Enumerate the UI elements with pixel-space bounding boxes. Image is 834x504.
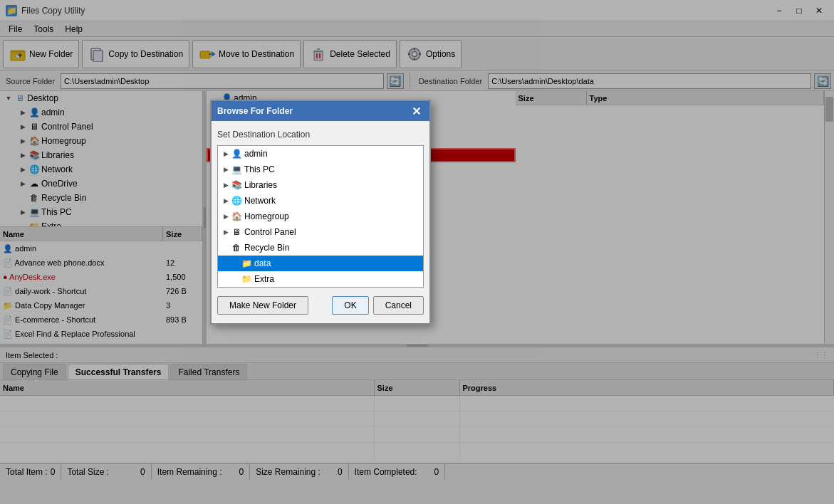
dialog-network-icon: 🌐 bbox=[231, 195, 242, 206]
dialog-tree-network[interactable]: ▶ 🌐 Network bbox=[218, 193, 423, 209]
dialog-subtitle: Set Destination Location bbox=[217, 127, 424, 145]
dialog-label-network: Network bbox=[244, 196, 276, 206]
dialog-title-bar: Browse For Folder ✕ bbox=[212, 101, 429, 121]
dialog-label-recycle: Recycle Bin bbox=[244, 243, 289, 253]
make-new-folder-button[interactable]: Make New Folder bbox=[217, 296, 308, 315]
dialog-tree-extra[interactable]: 📁 Extra bbox=[218, 271, 423, 287]
dialog-tree-data[interactable]: 📁 data bbox=[218, 256, 423, 271]
dialog-body: Set Destination Location ▶ 👤 admin ▶ 💻 T… bbox=[212, 121, 429, 323]
dialog-label-libraries: Libraries bbox=[244, 180, 277, 190]
browse-folder-dialog: Browse For Folder ✕ Set Destination Loca… bbox=[210, 100, 431, 325]
dialog-label-data: data bbox=[254, 258, 271, 268]
dialog-control-panel-icon: 🖥 bbox=[231, 226, 242, 238]
dialog-title-text: Browse For Folder bbox=[217, 106, 293, 116]
dialog-label-control-panel: Control Panel bbox=[244, 227, 296, 237]
dialog-expand-this-pc[interactable]: ▶ bbox=[221, 166, 231, 173]
dialog-homegroup-icon: 🏠 bbox=[231, 211, 242, 222]
dialog-tree-control-panel[interactable]: ▶ 🖥 Control Panel bbox=[218, 224, 423, 240]
dialog-recycle-icon: 🗑 bbox=[231, 242, 242, 253]
dialog-ok-button[interactable]: OK bbox=[332, 296, 368, 315]
dialog-label-admin: admin bbox=[244, 149, 268, 159]
dialog-data-icon: 📁 bbox=[241, 258, 252, 269]
dialog-expand-homegroup[interactable]: ▶ bbox=[221, 213, 231, 220]
dialog-expand-control-panel[interactable]: ▶ bbox=[221, 229, 231, 236]
dialog-libraries-icon: 📚 bbox=[231, 179, 242, 191]
dialog-expand-admin[interactable]: ▶ bbox=[221, 150, 231, 157]
dialog-tree-recycle[interactable]: 🗑 Recycle Bin bbox=[218, 240, 423, 256]
dialog-this-pc-icon: 💻 bbox=[231, 164, 242, 175]
dialog-tree-admin[interactable]: ▶ 👤 admin bbox=[218, 146, 423, 162]
dialog-tree-homegroup[interactable]: ▶ 🏠 Homegroup bbox=[218, 209, 423, 224]
dialog-expand-libraries[interactable]: ▶ bbox=[221, 182, 231, 189]
dialog-expand-network[interactable]: ▶ bbox=[221, 197, 231, 204]
dialog-buttons: Make New Folder OK Cancel bbox=[217, 293, 424, 317]
dialog-overlay: Browse For Folder ✕ Set Destination Loca… bbox=[0, 0, 834, 504]
dialog-extra-icon: 📁 bbox=[241, 273, 252, 285]
dialog-ok-cancel-group: OK Cancel bbox=[332, 296, 424, 315]
dialog-tree-container[interactable]: ▶ 👤 admin ▶ 💻 This PC ▶ 📚 Libraries bbox=[217, 145, 424, 288]
dialog-cancel-button[interactable]: Cancel bbox=[373, 296, 424, 315]
dialog-tree-this-pc[interactable]: ▶ 💻 This PC bbox=[218, 162, 423, 177]
dialog-label-this-pc: This PC bbox=[244, 164, 275, 174]
dialog-admin-icon: 👤 bbox=[231, 148, 242, 159]
dialog-label-extra: Extra bbox=[254, 274, 274, 284]
dialog-label-homegroup: Homegroup bbox=[244, 211, 289, 221]
dialog-close-button[interactable]: ✕ bbox=[409, 105, 424, 118]
dialog-tree-libraries[interactable]: ▶ 📚 Libraries bbox=[218, 177, 423, 193]
